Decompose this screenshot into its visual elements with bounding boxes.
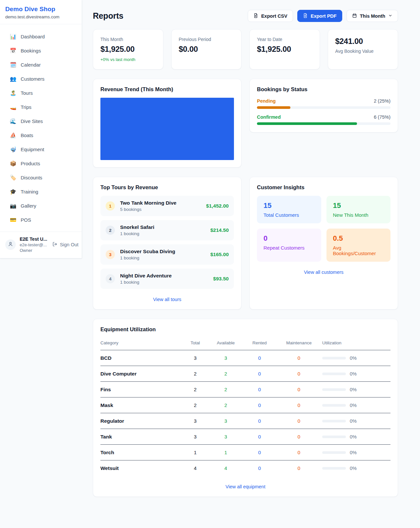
sidebar-item-label: Discounts [21,175,42,180]
sidebar-item-bookings[interactable]: 📅Bookings [0,44,82,58]
people-icon: 👥 [10,76,16,82]
table-row: Torch 1 1 0 0 0% [100,445,390,460]
stats-row: This Month $1,925.00 +0% vs last month P… [93,29,398,70]
utilization-bar [322,420,346,422]
rank-badge: 2 [106,226,115,235]
credit-card-icon: 💳 [10,217,16,223]
insight-tile-total-customers: 15 Total Customers [257,196,321,223]
tour-row: 2 Snorkel Safari1 booking $214.50 [100,220,234,240]
table-row: Tank 3 3 0 0 0% [100,429,390,445]
column-header-category: Category [100,337,182,350]
insight-tile-new-this-month: 15 New This Month [326,196,391,223]
calendar-date-icon: 📅 [10,48,16,54]
view-all-customers-link[interactable]: View all customers [257,270,390,275]
column-header-maintenance: Maintenance [276,337,322,350]
stat-card-this-month: This Month $1,925.00 +0% vs last month [93,29,163,70]
rank-badge: 3 [106,250,115,259]
island-icon: 🏝️ [10,90,16,96]
main-content: Reports Export CSV Export PDF This Month… [93,0,398,520]
tour-row: 4 Night Dive Adventure1 booking $93.50 [100,269,234,289]
column-header-total: Total [182,337,208,350]
export-csv-button[interactable]: Export CSV [248,10,293,22]
revenue-trend-title: Revenue Trend (This Month) [100,86,234,92]
table-row: Wetsuit 4 4 0 0 0% [100,460,390,476]
customer-insights-card: Customer Insights 15 Total Customers 15 … [249,177,398,310]
bookings-by-status-title: Bookings by Status [257,86,390,92]
status-row-pending: Pending 2 (25%) [257,98,390,109]
progress-fill [257,122,357,125]
revenue-trend-card: Revenue Trend (This Month) [93,79,242,168]
sidebar-item-dive-sites[interactable]: 🌊Dive Sites [0,114,82,128]
rank-badge: 1 [106,201,115,211]
utilization-bar [322,357,346,359]
sidebar-item-products[interactable]: 📦Products [0,156,82,171]
shop-name[interactable]: Demo Dive Shop [5,6,76,13]
bookings-by-status-card: Bookings by Status Pending 2 (25%) Confi… [249,79,398,132]
column-header-rented: Rented [243,337,276,350]
sign-out-button[interactable]: Sign Out [52,241,78,248]
equipment-table: Category Total Available Rented Maintena… [100,337,390,476]
equipment-utilization-card: Equipment Utilization Category Total Ava… [93,319,398,497]
utilization-bar [322,436,346,438]
progress-fill [257,106,290,109]
bar-chart-icon: 📊 [10,33,16,40]
sidebar-item-label: Dashboard [21,34,45,39]
table-row: BCD 3 3 0 0 0% [100,350,390,366]
sidebar-item-calendar[interactable]: 🗓️Calendar [0,58,82,72]
sidebar-item-label: Customers [21,76,45,82]
stat-card-previous-period: Previous Period $0.00 [171,29,242,70]
person-icon [8,241,13,248]
period-selector[interactable]: This Month [346,10,398,22]
file-download-icon [253,13,258,19]
table-row: Dive Computer 2 2 0 0 0% [100,366,390,382]
dive-mask-icon: 🤿 [10,146,16,152]
sidebar-item-gallery[interactable]: 📷Gallery [0,199,82,213]
utilization-bar [322,404,346,407]
wave-icon: 🌊 [10,118,16,124]
export-pdf-button[interactable]: Export PDF [297,10,342,22]
user-panel: E2E Test U... e2e-tester@... Owner Sign … [0,232,82,258]
sidebar-item-discounts[interactable]: 🏷️Discounts [0,171,82,185]
sidebar-item-label: POS [21,217,31,223]
page-title: Reports [93,11,123,21]
view-all-tours-link[interactable]: View all tours [100,297,234,302]
sidebar-item-dashboard[interactable]: 📊Dashboard [0,30,82,44]
sailboat-icon: ⛵ [10,132,16,138]
file-download-icon [303,13,308,19]
user-name: E2E Test U... [20,236,48,242]
shop-domain: demo.test.divestreams.com [5,14,76,19]
table-row: Regulator 3 3 0 0 0% [100,413,390,429]
sidebar-item-training[interactable]: 🎓Training [0,185,82,199]
user-role: Owner [20,248,48,253]
view-all-equipment-link[interactable]: View all equipment [100,484,390,489]
speedboat-icon: 🚤 [10,104,16,110]
sidebar-item-customers[interactable]: 👥Customers [0,72,82,86]
utilization-bar [322,373,346,375]
top-tours-title: Top Tours by Revenue [100,184,234,191]
rank-badge: 4 [106,274,115,283]
sidebar: Demo Dive Shop demo.test.divestreams.com… [0,0,82,258]
status-row-confirmed: Confirmed 6 (75%) [257,114,390,125]
sidebar-item-label: Calendar [21,62,41,68]
equipment-utilization-title: Equipment Utilization [100,326,390,333]
sidebar-item-label: Boats [21,132,33,138]
sidebar-item-label: Bookings [21,48,41,53]
package-icon: 📦 [10,160,16,167]
sidebar-item-label: Dive Sites [21,118,43,124]
table-row: Fins 2 2 0 0 0% [100,382,390,397]
sidebar-item-equipment[interactable]: 🤿Equipment [0,142,82,156]
progress-track [257,122,390,125]
sidebar-item-pos[interactable]: 💳POS [0,213,82,227]
sidebar-item-label: Trips [21,104,32,110]
camera-icon: 📷 [10,203,16,209]
stat-delta: +0% vs last month [100,57,156,62]
sidebar-item-trips[interactable]: 🚤Trips [0,100,82,114]
sidebar-item-label: Training [21,189,38,194]
column-header-available: Available [208,337,243,350]
utilization-bar [322,467,346,470]
sidebar-item-tours[interactable]: 🏝️Tours [0,86,82,100]
sign-out-icon [52,241,58,248]
revenue-trend-chart [100,98,234,160]
sidebar-item-boats[interactable]: ⛵Boats [0,128,82,142]
insight-tile-repeat-customers: 0 Repeat Customers [257,229,321,262]
